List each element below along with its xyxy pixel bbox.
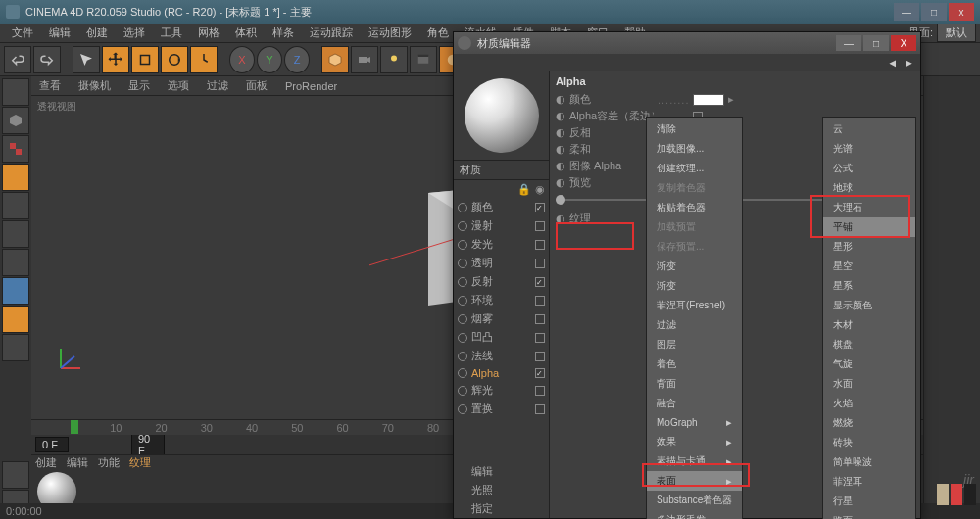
channel-radio[interactable] xyxy=(458,240,467,250)
target-icon[interactable]: ◉ xyxy=(535,183,545,196)
channel-radio[interactable] xyxy=(458,259,467,268)
color-chip-1[interactable] xyxy=(937,484,949,505)
channel-checkbox[interactable] xyxy=(535,404,545,414)
eyedrop-icon[interactable]: ◐ xyxy=(556,93,565,106)
channel-radio[interactable] xyxy=(458,203,467,212)
channel-checkbox[interactable] xyxy=(535,333,545,343)
menu-edit[interactable]: 编辑 xyxy=(41,24,78,42)
menu-item-融合[interactable]: 融合 xyxy=(647,394,742,413)
channel-反射[interactable]: 反射 xyxy=(454,272,549,291)
maximize-button[interactable]: □ xyxy=(921,3,947,21)
dialog-prev-button[interactable]: ◄ xyxy=(887,57,898,69)
menu-item-加载图像...[interactable]: 加载图像... xyxy=(647,139,742,159)
point-tool[interactable] xyxy=(2,192,29,219)
menu-create[interactable]: 创建 xyxy=(78,24,116,42)
menu-select[interactable]: 选择 xyxy=(116,24,153,42)
menu-spline[interactable]: 样条 xyxy=(265,24,302,42)
menu-tools[interactable]: 工具 xyxy=(153,24,190,42)
view-tab-camera[interactable]: 摄像机 xyxy=(74,76,115,95)
enable-axis-tool[interactable] xyxy=(2,277,29,305)
channel-checkbox[interactable] xyxy=(535,203,545,212)
dialog-next-button[interactable]: ► xyxy=(904,57,914,69)
menu-item-渐变[interactable]: 渐变 xyxy=(647,276,742,296)
light-button[interactable] xyxy=(380,46,408,73)
menu-item-燃烧[interactable]: 燃烧 xyxy=(823,413,915,433)
channel-radio[interactable] xyxy=(458,277,467,287)
scale-tool[interactable] xyxy=(131,46,159,73)
object-tool[interactable] xyxy=(2,107,29,134)
menu-character[interactable]: 角色 xyxy=(419,24,457,42)
dialog-maximize-button[interactable]: □ xyxy=(863,35,889,51)
channel-checkbox[interactable] xyxy=(535,352,545,361)
material-preview[interactable] xyxy=(454,71,549,160)
menu-tracking[interactable]: 运动跟踪 xyxy=(302,24,361,42)
menu-item-行星[interactable]: 行星 xyxy=(823,492,915,511)
minimize-button[interactable]: — xyxy=(894,3,919,21)
menu-item-简单噪波[interactable]: 简单噪波 xyxy=(823,452,915,472)
channel-radio[interactable] xyxy=(458,314,467,324)
color-chip-3[interactable] xyxy=(964,484,976,505)
menu-item-地球[interactable]: 地球 xyxy=(823,178,915,198)
channel-checkbox[interactable] xyxy=(535,221,545,231)
rotate-tool[interactable] xyxy=(161,46,188,73)
menu-item-Substance着色器[interactable]: Substance着色器 xyxy=(647,491,742,510)
snap-tool[interactable] xyxy=(2,334,29,361)
polygon-tool[interactable] xyxy=(2,249,29,276)
close-button[interactable]: x xyxy=(949,3,974,21)
live-select-tool[interactable] xyxy=(73,46,100,73)
menu-item-路面...[interactable]: 路面... xyxy=(823,511,915,519)
channel-漫射[interactable]: 漫射 xyxy=(454,216,549,235)
menu-item-粘贴着色器[interactable]: 粘贴着色器 xyxy=(647,198,742,217)
menu-item-表面[interactable]: 表面▸ xyxy=(647,471,742,491)
workplane-tool[interactable] xyxy=(2,164,29,191)
channel-checkbox[interactable] xyxy=(535,314,545,324)
dialog-minimize-button[interactable]: — xyxy=(836,35,861,51)
dialog-titlebar[interactable]: 材质编辑器 — □ X xyxy=(454,32,920,54)
menu-item-多边形毛发[interactable]: 多边形毛发 xyxy=(647,510,742,519)
menu-mograph[interactable]: 运动图形 xyxy=(361,24,419,42)
edge-tool[interactable] xyxy=(2,220,29,248)
mat-tab-texture[interactable]: 纹理 xyxy=(129,455,151,470)
menu-item-云[interactable]: 云 xyxy=(823,119,915,139)
dialog-close-button[interactable]: X xyxy=(891,35,916,51)
channel-checkbox[interactable] xyxy=(535,386,545,396)
channel-checkbox[interactable] xyxy=(535,277,545,287)
channel-radio[interactable] xyxy=(458,296,467,306)
channel-radio[interactable] xyxy=(458,404,467,414)
menu-item-清除[interactable]: 清除 xyxy=(647,119,742,139)
channel-法线[interactable]: 法线 xyxy=(454,347,549,365)
y-axis-toggle[interactable]: Y xyxy=(257,46,282,73)
view-tab-view[interactable]: 查看 xyxy=(35,76,65,95)
film-button[interactable] xyxy=(410,46,437,73)
layout-dropdown[interactable]: 默认 xyxy=(937,24,976,42)
z-axis-toggle[interactable]: Z xyxy=(284,46,310,73)
timeline-start-field[interactable]: 0 F xyxy=(35,437,69,452)
menu-item-星空[interactable]: 星空 xyxy=(823,257,915,276)
channel-置换[interactable]: 置换 xyxy=(454,400,549,418)
menu-item-创建纹理...[interactable]: 创建纹理... xyxy=(647,159,742,178)
view-tab-filter[interactable]: 过滤 xyxy=(203,76,232,95)
view-tab-options[interactable]: 选项 xyxy=(164,76,193,95)
menu-file[interactable]: 文件 xyxy=(4,24,41,42)
model-tool[interactable] xyxy=(2,78,29,106)
color-picker-arrow-icon[interactable]: ▸ xyxy=(728,93,734,106)
channel-透明[interactable]: 透明 xyxy=(454,254,549,272)
menu-item-图层[interactable]: 图层 xyxy=(647,335,742,354)
channel-radio[interactable] xyxy=(458,352,467,361)
texture-tool[interactable] xyxy=(2,135,29,163)
menu-item-素描与卡通[interactable]: 素描与卡通▸ xyxy=(647,451,742,471)
extra-光照[interactable]: 光照 xyxy=(454,481,549,499)
lock-icon[interactable]: 🔒 xyxy=(517,183,531,196)
channel-checkbox[interactable] xyxy=(535,368,545,378)
channel-radio[interactable] xyxy=(458,333,467,343)
x-axis-toggle[interactable]: X xyxy=(229,46,255,73)
locked-workplane-tool[interactable] xyxy=(2,461,29,489)
add-cube-button[interactable] xyxy=(321,46,349,73)
menu-item-星形[interactable]: 星形 xyxy=(823,237,915,257)
view-tab-prorender[interactable]: ProRender xyxy=(281,78,341,94)
menu-item-菲涅耳[interactable]: 菲涅耳 xyxy=(823,472,915,492)
menu-item-效果[interactable]: 效果▸ xyxy=(647,432,742,451)
view-tab-display[interactable]: 显示 xyxy=(124,76,154,95)
menu-item-水面[interactable]: 水面 xyxy=(823,374,915,394)
redo-button[interactable] xyxy=(33,46,61,73)
